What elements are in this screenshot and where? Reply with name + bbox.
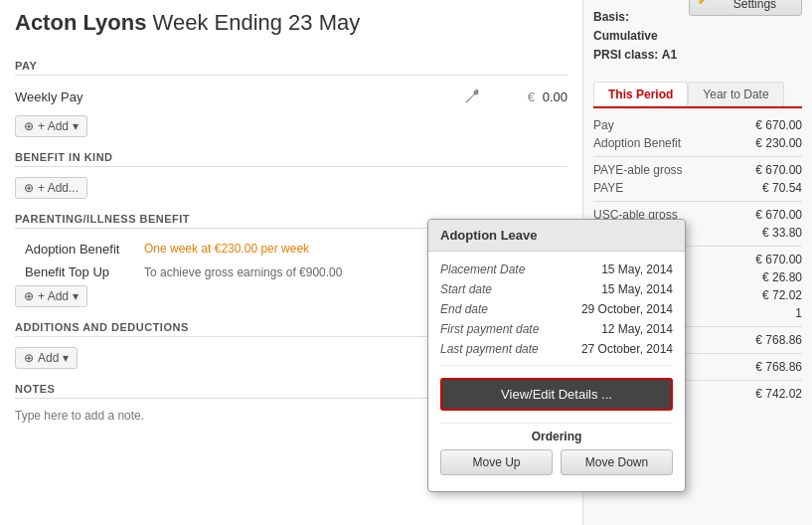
summary-adoption-value: € 230.00 xyxy=(755,136,802,150)
move-down-button[interactable]: Move Down xyxy=(561,449,673,475)
payslip-label: Payslip Settings xyxy=(717,0,793,11)
additions-add-button[interactable]: ⊕ Add ▾ xyxy=(15,347,78,369)
popup-first-payment-value: 12 May, 2014 xyxy=(601,322,673,336)
dropdown-icon: ▾ xyxy=(73,119,79,133)
pay-add-button[interactable]: ⊕ + Add ▾ xyxy=(15,115,87,137)
benefit-add-button[interactable]: ⊕ + Add... xyxy=(15,177,87,199)
popup-header: Adoption Leave xyxy=(428,220,685,252)
pay-amount: 0.00 xyxy=(543,89,568,104)
summary-paye-label: PAYE xyxy=(593,181,623,195)
popup-end-row: End date 29 October, 2014 xyxy=(440,299,673,319)
summary-v6-value: € 768.86 xyxy=(755,360,802,374)
popup-end-value: 29 October, 2014 xyxy=(581,302,673,316)
tab-this-period[interactable]: This Period xyxy=(593,82,688,106)
summary-divider-1 xyxy=(593,156,802,157)
summary-row-paye-gross: PAYE-able gross € 670.00 xyxy=(593,161,802,179)
tab-year-to-date[interactable]: Year to Date xyxy=(688,82,783,106)
popup-divider-2 xyxy=(440,423,673,424)
ordering-buttons: Move Up Move Down xyxy=(440,449,673,475)
summary-v7-value: € 742.02 xyxy=(755,387,802,401)
summary-paye-gross-label: PAYE-able gross xyxy=(593,163,683,177)
summary-pay-value: € 670.00 xyxy=(755,118,802,132)
parenting-add-label: + Add xyxy=(38,289,69,303)
view-edit-button[interactable]: View/Edit Details ... xyxy=(440,378,673,411)
pay-add-label: + Add xyxy=(38,119,69,133)
prsi-label: PRSI class: xyxy=(593,48,658,62)
popup-last-payment-row: Last payment date 27 October, 2014 xyxy=(440,339,673,359)
additions-add-label: Add xyxy=(38,351,59,365)
summary-row-paye: PAYE € 70.54 xyxy=(593,179,802,197)
summary-paye-value: € 70.54 xyxy=(762,181,802,195)
popup-placement-value: 15 May, 2014 xyxy=(601,262,673,276)
weekly-pay-wrench-icon[interactable] xyxy=(460,86,482,107)
main-layout: Acton Lyons Week Ending 23 May PAY Weekl… xyxy=(0,0,812,525)
basis-info: Basis: Cumulative PRSI class: A1 xyxy=(593,8,689,66)
page-title: Acton Lyons Week Ending 23 May xyxy=(15,10,360,36)
move-up-button[interactable]: Move Up xyxy=(440,449,553,475)
benefit-in-kind-header: BENEFIT IN KIND xyxy=(15,151,568,167)
weekly-pay-value: € 0.00 xyxy=(488,89,568,104)
period: Week Ending 23 May xyxy=(153,10,361,35)
popup-start-value: 15 May, 2014 xyxy=(601,282,673,296)
popup-start-label: Start date xyxy=(440,282,492,296)
popup-divider xyxy=(440,365,673,366)
summary-usc-value: € 33.80 xyxy=(762,226,802,240)
summary-v3-value: € 72.02 xyxy=(762,288,802,302)
popup-start-row: Start date 15 May, 2014 xyxy=(440,279,673,299)
dropdown-icon-par: ▾ xyxy=(73,289,79,303)
summary-adoption-label: Adoption Benefit xyxy=(593,136,681,150)
payslip-settings-button[interactable]: 🔑 Payslip Settings xyxy=(689,0,802,16)
summary-usc-gross-value: € 670.00 xyxy=(755,208,802,222)
popup-end-label: End date xyxy=(440,302,488,316)
basis-label: Basis: xyxy=(593,10,629,24)
key-icon: 🔑 xyxy=(698,0,713,4)
weekly-pay-label: Weekly Pay xyxy=(15,89,460,104)
plus-icon-bik: ⊕ xyxy=(24,181,34,195)
benefit-top-up-label: Benefit Top Up xyxy=(25,264,144,279)
popup-placement-row: Placement Date 15 May, 2014 xyxy=(440,260,673,279)
adoption-leave-popup: Adoption Leave Placement Date 15 May, 20… xyxy=(427,219,686,492)
period-tabs: This Period Year to Date xyxy=(593,82,802,108)
plus-icon: ⊕ xyxy=(24,119,34,133)
popup-placement-label: Placement Date xyxy=(440,262,525,276)
parenting-add-button[interactable]: ⊕ + Add ▾ xyxy=(15,285,87,307)
ordering-header: Ordering xyxy=(440,430,673,443)
employee-name: Acton Lyons xyxy=(15,10,146,35)
basis-value: Cumulative xyxy=(593,29,658,43)
plus-icon-add: ⊕ xyxy=(24,351,34,365)
benefit-add-label: + Add... xyxy=(38,181,79,195)
summary-v1-value: € 670.00 xyxy=(755,253,802,266)
popup-body: Placement Date 15 May, 2014 Start date 1… xyxy=(428,252,685,491)
adoption-benefit-label: Adoption Benefit xyxy=(25,242,144,257)
summary-pay-label: Pay xyxy=(593,118,614,132)
summary-paye-gross-value: € 670.00 xyxy=(755,163,802,177)
dropdown-icon-add: ▾ xyxy=(63,351,69,365)
currency-symbol: € xyxy=(528,89,535,104)
weekly-pay-row: Weekly Pay € 0.00 xyxy=(15,82,568,111)
pay-section-header: PAY xyxy=(15,60,568,76)
prsi-value: A1 xyxy=(662,48,677,62)
summary-divider-2 xyxy=(593,201,802,202)
popup-first-payment-row: First payment date 12 May, 2014 xyxy=(440,319,673,339)
summary-v5-value: € 768.86 xyxy=(755,333,802,347)
summary-v2-value: € 26.80 xyxy=(762,270,802,284)
summary-row-adoption: Adoption Benefit € 230.00 xyxy=(593,134,802,152)
popup-first-payment-label: First payment date xyxy=(440,322,539,336)
popup-last-payment-label: Last payment date xyxy=(440,342,539,356)
popup-last-payment-value: 27 October, 2014 xyxy=(581,342,673,356)
summary-row-pay: Pay € 670.00 xyxy=(593,116,802,134)
plus-icon-par: ⊕ xyxy=(24,289,34,303)
summary-v4-value: 1 xyxy=(795,306,802,320)
